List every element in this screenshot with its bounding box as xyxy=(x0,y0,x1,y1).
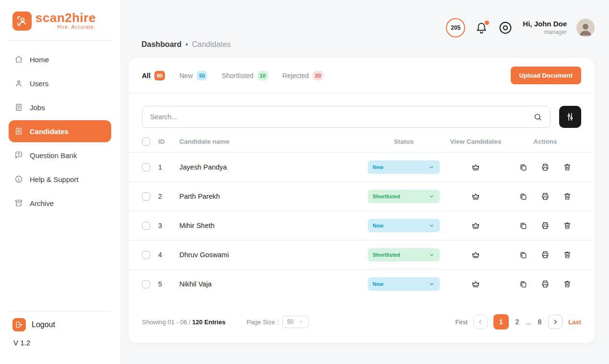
view-candidate-icon[interactable] xyxy=(471,162,480,172)
copy-icon[interactable] xyxy=(519,221,527,230)
delete-icon[interactable] xyxy=(563,221,572,230)
page-size-select[interactable]: 50 xyxy=(282,316,309,328)
view-candidate-icon[interactable] xyxy=(471,279,480,289)
support-button[interactable] xyxy=(498,20,513,35)
candidate-id: 1 xyxy=(158,163,179,171)
candidate-name: Mihir Sheth xyxy=(179,222,365,229)
print-icon[interactable] xyxy=(541,163,550,171)
previous-page-button[interactable] xyxy=(473,315,488,329)
select-all-checkbox[interactable] xyxy=(142,137,150,146)
sidebar-item-jobs[interactable]: Jobs xyxy=(9,96,111,118)
chevron-right-icon xyxy=(551,318,559,326)
sidebar-item-home[interactable]: Home xyxy=(9,48,111,70)
row-checkbox[interactable] xyxy=(142,193,150,201)
delete-icon[interactable] xyxy=(563,163,572,171)
sidebar-item-question-bank[interactable]: Question Bank xyxy=(9,144,111,166)
breadcrumb-candidates: Candidates xyxy=(192,40,231,49)
tab-all[interactable]: All 80 xyxy=(142,71,165,80)
status-dropdown[interactable]: New xyxy=(368,277,440,291)
app-version: V 1.2 xyxy=(13,339,30,347)
view-candidate-icon[interactable] xyxy=(471,250,480,260)
sidebar-item-label: Jobs xyxy=(30,103,45,112)
candidate-name: Jayesh Pandya xyxy=(179,163,365,171)
header-status: Status xyxy=(365,138,442,145)
sidebar-item-users[interactable]: Users xyxy=(9,72,111,94)
tab-count-badge: 10 xyxy=(258,71,268,80)
page-size-label: Page Size : xyxy=(246,318,279,326)
status-dropdown[interactable]: New xyxy=(368,219,440,232)
last-page-button[interactable]: Last xyxy=(568,318,581,326)
print-icon[interactable] xyxy=(541,192,550,201)
users-icon xyxy=(14,79,23,88)
sidebar-item-label: Question Bank xyxy=(30,151,77,159)
next-page-button[interactable] xyxy=(548,315,562,329)
logout-icon xyxy=(12,318,26,331)
sidebar-item-label: Users xyxy=(30,80,48,88)
page-button-1[interactable]: 1 xyxy=(493,314,509,330)
row-checkbox[interactable] xyxy=(142,222,150,230)
header-actions: Actions xyxy=(509,138,581,145)
chevron-left-icon xyxy=(477,318,484,326)
brand-tagline: Hire. Accurate. xyxy=(35,24,96,30)
page-button-2[interactable]: 2 xyxy=(515,318,520,326)
sidebar-item-label: Home xyxy=(30,56,49,64)
status-dropdown[interactable]: Shortlisted xyxy=(368,248,440,262)
copy-icon[interactable] xyxy=(519,192,527,201)
first-page-button[interactable]: First xyxy=(456,318,468,326)
logout-button[interactable]: Logout xyxy=(12,318,55,331)
notifications-bell-button[interactable] xyxy=(475,21,488,34)
tab-new[interactable]: New 50 xyxy=(179,71,207,80)
sidebar-item-candidates[interactable]: Candidates xyxy=(9,120,111,142)
avatar[interactable] xyxy=(576,19,595,37)
print-icon[interactable] xyxy=(541,280,550,288)
search-icon[interactable] xyxy=(533,113,542,122)
tab-shortlisted[interactable]: Shortlisted 10 xyxy=(222,71,268,80)
tab-label: All xyxy=(142,72,151,80)
delete-icon[interactable] xyxy=(563,280,572,288)
logout-divider xyxy=(9,311,110,311)
view-candidate-icon[interactable] xyxy=(471,221,480,230)
copy-icon[interactable] xyxy=(519,163,527,171)
search-row xyxy=(129,93,595,137)
sidebar-item-label: Archive xyxy=(30,199,54,207)
user-role: manager xyxy=(523,29,567,36)
entries-summary-total: 120 Entries xyxy=(192,318,225,326)
chevron-down-icon xyxy=(428,164,435,171)
print-icon[interactable] xyxy=(541,250,550,259)
table-row: 4 Dhruv Goswami Shortlisted xyxy=(129,240,595,269)
print-icon[interactable] xyxy=(541,221,550,230)
sidebar-item-archive[interactable]: Archive xyxy=(9,192,111,214)
sidebar-item-help-support[interactable]: Help & Support xyxy=(9,168,111,190)
pagination-ellipsis: ... xyxy=(526,318,531,326)
delete-icon[interactable] xyxy=(563,250,572,259)
sidebar: scan2hire Hire. Accurate. Home Users Job… xyxy=(0,0,120,364)
copy-icon[interactable] xyxy=(519,280,527,288)
candidate-name: Nikhil Vaja xyxy=(179,280,365,288)
logo[interactable]: scan2hire Hire. Accurate. xyxy=(0,0,120,34)
notification-count-badge[interactable]: 205 xyxy=(446,18,465,37)
delete-icon[interactable] xyxy=(563,192,572,201)
status-dropdown[interactable]: New xyxy=(368,160,440,174)
search-input[interactable] xyxy=(150,113,533,121)
tab-label: Rejected xyxy=(282,72,309,80)
copy-icon[interactable] xyxy=(519,250,527,259)
header-view-candidates: View Candidates xyxy=(442,138,509,145)
row-checkbox[interactable] xyxy=(142,280,150,288)
help-icon xyxy=(14,175,23,183)
status-label: Shortlisted xyxy=(373,193,400,199)
view-candidate-icon[interactable] xyxy=(471,192,480,201)
filter-sliders-icon xyxy=(565,112,575,122)
notification-dot xyxy=(485,21,489,25)
row-checkbox[interactable] xyxy=(142,163,150,171)
status-label: New xyxy=(373,281,384,287)
candidate-name: Parth Parekh xyxy=(179,193,365,200)
status-dropdown[interactable]: Shortlisted xyxy=(368,190,440,203)
question-bank-icon xyxy=(14,151,23,159)
page-button-8[interactable]: 8 xyxy=(537,318,542,326)
upload-document-button[interactable]: Upload Document xyxy=(511,67,581,84)
row-checkbox[interactable] xyxy=(142,251,150,259)
tab-count-badge: 80 xyxy=(154,71,165,80)
filter-button[interactable] xyxy=(559,106,581,128)
tab-rejected[interactable]: Rejected 20 xyxy=(282,71,324,80)
breadcrumb-dashboard[interactable]: Dashboard xyxy=(141,40,182,49)
